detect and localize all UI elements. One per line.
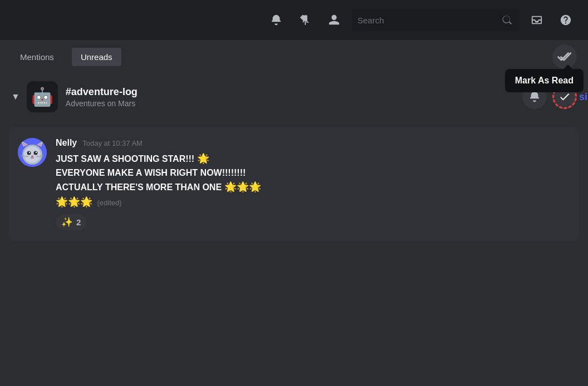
tabs-row: Mentions Unreads Mark As Read	[0, 40, 588, 73]
channel-info: #adventure-log Adventures on Mars	[66, 86, 522, 108]
message-time: Today at 10:37 AM	[82, 139, 143, 147]
channel-server-icon: 🤖	[27, 81, 58, 112]
message-content: Nelly Today at 10:37 AM JUST SAW A SHOOT…	[56, 138, 568, 230]
tab-mentions[interactable]: Mentions	[11, 48, 63, 66]
svg-point-10	[36, 152, 37, 153]
message-row: Nelly Today at 10:37 AM JUST SAW A SHOOT…	[18, 138, 568, 230]
bell-icon-btn[interactable]	[265, 9, 287, 31]
message-line4: 🌟🌟🌟 (edited)	[56, 195, 568, 210]
avatar	[18, 138, 47, 167]
inbox-icon-btn[interactable]	[526, 9, 548, 31]
search-bar[interactable]	[352, 9, 519, 31]
search-icon	[501, 14, 513, 26]
tab-unreads[interactable]: Unreads	[72, 48, 121, 66]
message-text: JUST SAW A SHOOTING STAR!!! 🌟 EVERYONE M…	[56, 151, 568, 210]
message-line3: ACTUALLY THERE'S MORE THAN ONE 🌟🌟🌟	[56, 180, 568, 195]
svg-point-9	[29, 152, 30, 153]
channel-row: ▼ 🤖 #adventure-log Adventures on Mars si…	[0, 73, 588, 120]
edited-tag: (edited)	[97, 199, 121, 207]
channel-server: Adventures on Mars	[66, 99, 522, 108]
channel-bell-icon	[528, 91, 541, 103]
bell-icon	[270, 14, 282, 26]
double-check-icon	[557, 50, 572, 64]
pin-icon-btn[interactable]	[294, 9, 316, 31]
inbox-icon	[531, 14, 543, 26]
search-input[interactable]	[357, 16, 497, 25]
svg-point-7	[27, 151, 31, 155]
svg-point-6	[24, 146, 41, 163]
reaction-emoji: ✨	[61, 216, 73, 228]
reaction-count: 2	[76, 217, 81, 227]
help-icon	[560, 14, 572, 26]
person-icon-btn[interactable]	[323, 9, 345, 31]
pin-icon	[299, 14, 311, 26]
message-author: Nelly	[56, 138, 77, 148]
mark-as-read-tooltip: Mark As Read	[505, 69, 584, 92]
help-icon-btn[interactable]	[555, 9, 577, 31]
collapse-arrow[interactable]: ▼	[11, 92, 20, 102]
svg-point-11	[31, 156, 33, 157]
person-icon	[328, 14, 340, 26]
top-bar	[0, 0, 588, 40]
message-header: Nelly Today at 10:37 AM	[56, 138, 568, 148]
svg-point-8	[34, 151, 38, 155]
message-line2: EVERYONE MAKE A WISH RIGHT NOW!!!!!!!!	[56, 166, 568, 180]
tooltip-text: Mark As Read	[505, 69, 584, 92]
channel-name: #adventure-log	[66, 86, 522, 98]
reaction-row: ✨ 2	[56, 210, 568, 230]
reaction-button[interactable]: ✨ 2	[56, 214, 86, 230]
partial-right-text: sin	[579, 91, 588, 103]
message-area: Nelly Today at 10:37 AM JUST SAW A SHOOT…	[9, 127, 579, 241]
avatar-image	[18, 138, 47, 167]
message-line1: JUST SAW A SHOOTING STAR!!! 🌟	[56, 151, 568, 166]
channel-check-icon	[558, 91, 571, 103]
